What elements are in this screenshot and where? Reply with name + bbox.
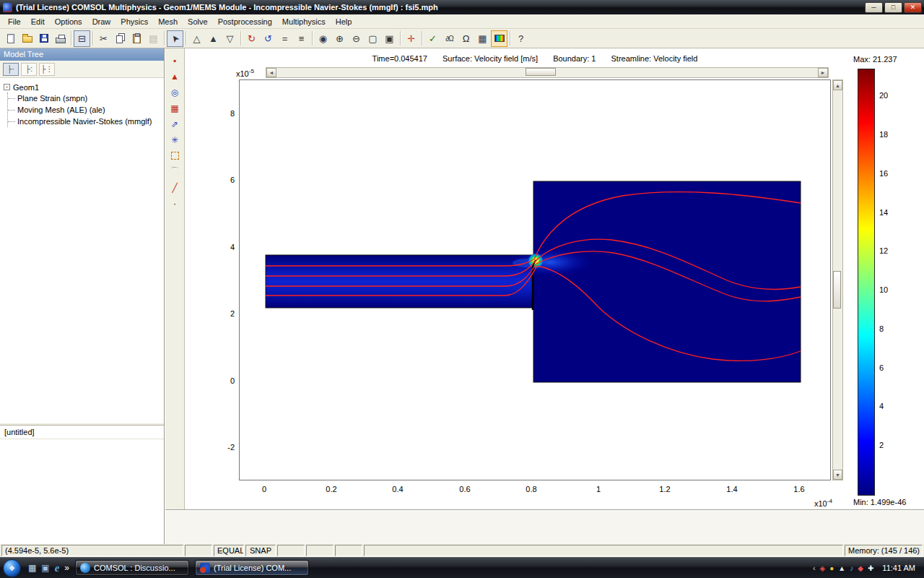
draw-ellipse-button[interactable]: ◎ [167, 85, 183, 99]
tray-collapse-chevron[interactable]: ‹ [813, 564, 816, 572]
scroll-right-arrow[interactable]: ► [818, 68, 828, 77]
start-button[interactable]: ❖ [3, 559, 21, 577]
equal-toggle[interactable]: EQUAL [214, 545, 244, 556]
menu-physics[interactable]: Physics [116, 16, 153, 27]
equation-check-button[interactable]: ✓ [424, 30, 441, 47]
update-model-button[interactable]: ↺ [260, 30, 276, 47]
internet-explorer-icon[interactable]: e [55, 562, 60, 574]
mesh-mode-button[interactable]: ▽ [222, 30, 238, 47]
velocity-field-svg[interactable] [240, 80, 830, 480]
tree-view-mode-3-button[interactable]: ├⋮ [39, 63, 55, 76]
draw-array-button[interactable]: ▦ [167, 101, 183, 115]
mesh-init-button[interactable]: △ [188, 30, 205, 47]
scroll-thumb[interactable] [833, 271, 841, 309]
draw-scale-button[interactable]: ⇗ [167, 117, 183, 131]
tray-health-icon[interactable]: ✚ [868, 564, 873, 572]
solve-button[interactable]: = [276, 30, 293, 47]
open-button[interactable] [19, 30, 35, 47]
draw-ellipse-icon: ◎ [171, 87, 178, 98]
horizontal-scrollbar[interactable]: ◄ ► [266, 67, 829, 78]
tree-view-mode-2-button[interactable]: ├: [21, 63, 37, 76]
solver-parameters-button[interactable]: ≡ [293, 30, 310, 47]
taskbar-clock[interactable]: 11:41 AM [882, 564, 915, 572]
draw-line-button[interactable]: ╱ [167, 181, 183, 194]
restart-button[interactable]: ↻ [243, 30, 260, 47]
x-tick-label: 1.6 [785, 485, 814, 493]
tray-display-icon[interactable]: ◆ [858, 564, 863, 572]
draw-rectangle-button[interactable] [167, 149, 183, 163]
snap-toggle[interactable]: SNAP [245, 545, 276, 556]
tray-security-icon[interactable]: ● [829, 564, 834, 572]
draw-point-button[interactable]: ▪ [167, 53, 183, 67]
draw-dot-button[interactable]: · [167, 197, 183, 210]
print-button[interactable] [52, 30, 69, 47]
x-axis-exponent: x10-4 [814, 498, 832, 508]
menu-postprocessing[interactable]: Postprocessing [213, 16, 277, 27]
plot-canvas[interactable] [239, 79, 831, 480]
status-cell [335, 545, 362, 556]
window-title: (Trial License) COMSOL Multiphysics - Ge… [16, 3, 865, 12]
menu-draw[interactable]: Draw [87, 16, 116, 27]
draw-fillet-button[interactable]: ⌒ [167, 165, 183, 178]
model-navigator-button[interactable]: ⊟ [74, 30, 90, 47]
menu-mesh[interactable]: Mesh [153, 16, 183, 27]
menu-solve[interactable]: Solve [183, 16, 213, 27]
scroll-track[interactable] [276, 68, 818, 77]
show-desktop-icon[interactable]: ▦ [28, 563, 36, 573]
tree-node-geom1[interactable]: - Geom1 [2, 82, 162, 92]
menu-help[interactable]: Help [331, 16, 357, 27]
menu-multiphysics[interactable]: Multiphysics [277, 16, 331, 27]
cut-button[interactable]: ✂ [95, 30, 112, 47]
orbit-button[interactable]: ◉ [315, 30, 331, 47]
tray-volume-icon[interactable]: ♪ [850, 564, 853, 572]
pan-button[interactable]: ✛ [403, 30, 419, 47]
menu-file[interactable]: File [3, 16, 26, 27]
draw-rotate-button[interactable]: ✳ [167, 133, 183, 147]
properties-button[interactable]: ▤ [145, 30, 162, 47]
window-switcher-icon[interactable]: ▣ [41, 563, 49, 573]
vertical-scrollbar[interactable]: ▲ ▼ [832, 79, 843, 480]
zoom-extents-button[interactable]: ▣ [381, 30, 398, 47]
menu-options[interactable]: Options [50, 16, 87, 27]
boundary-settings-button[interactable]: ∂Ω [441, 30, 458, 47]
quick-launch-overflow-chevron[interactable]: » [64, 563, 69, 573]
taskbar-button-comsol[interactable]: (Trial License) COM... [195, 560, 309, 576]
mesh-visualization-button[interactable]: ▦ [474, 30, 491, 47]
menu-edit[interactable]: Edit [26, 16, 50, 27]
scroll-left-arrow[interactable]: ◄ [266, 68, 276, 77]
tree-node-plane-strain[interactable]: Plane Strain (smpn) [8, 92, 162, 104]
mesh-grid-icon: ▦ [478, 33, 487, 44]
scroll-up-arrow[interactable]: ▲ [833, 80, 842, 90]
draw-cone-button[interactable]: ▲ [167, 69, 183, 83]
close-button[interactable]: ✕ [904, 2, 922, 13]
zoom-window-button[interactable]: ▢ [365, 30, 381, 47]
pointer-button[interactable]: ➤ [167, 30, 183, 47]
mesh-refine-button[interactable]: ▲ [205, 30, 222, 47]
colorbar-min-label: Min: 1.499e-46 [853, 498, 906, 506]
zoom-in-button[interactable]: ⊕ [331, 30, 348, 47]
tree-node-navier-stokes[interactable]: Incompressible Navier-Stokes (mmglf) [8, 116, 162, 127]
scroll-thumb[interactable] [526, 68, 556, 76]
restart-icon: ↻ [248, 33, 256, 44]
tray-network-icon[interactable]: ◈ [820, 564, 826, 572]
tree-view-mode-1-button[interactable]: ├· [3, 63, 19, 76]
boundary-omega-icon: ∂Ω [445, 35, 453, 43]
new-document-button[interactable] [2, 30, 19, 47]
save-button[interactable] [35, 30, 52, 47]
help-button[interactable]: ? [513, 30, 529, 47]
copy-button[interactable] [112, 30, 128, 47]
scroll-down-arrow[interactable]: ▼ [833, 470, 842, 480]
tray-update-icon[interactable]: ▲ [838, 564, 845, 572]
postprocessing-mode-button[interactable] [491, 30, 507, 47]
x-tick-label: 0 [250, 485, 279, 493]
maximize-button[interactable]: □ [884, 2, 902, 13]
minimize-button[interactable]: ─ [865, 2, 883, 13]
cursor-coordinates: (4.594e-5, 5.6e-5) [1, 545, 183, 556]
scroll-track[interactable] [833, 90, 842, 470]
paste-button[interactable] [128, 30, 145, 47]
zoom-out-button[interactable]: ⊖ [348, 30, 365, 47]
collapse-expander-icon[interactable]: - [4, 84, 10, 90]
taskbar-button-browser[interactable]: COMSOL : Discussio... [75, 560, 189, 576]
tree-node-moving-mesh[interactable]: Moving Mesh (ALE) (ale) [8, 104, 162, 116]
subdomain-settings-button[interactable]: Ω [458, 30, 474, 47]
